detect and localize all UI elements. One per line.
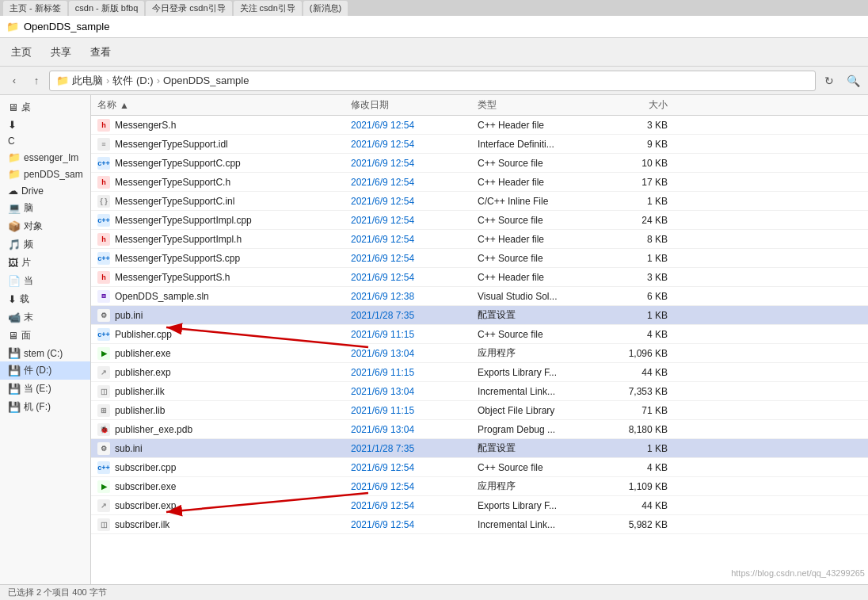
browser-tab-2[interactable]: csdn - 新版 bfbq — [69, 1, 144, 16]
sidebar-item-desktop[interactable]: 🖥桌 — [0, 98, 90, 117]
search-button[interactable]: 🔍 — [843, 71, 863, 91]
file-size: 1 KB — [604, 196, 668, 207]
sidebar-item-objects[interactable]: 📦对象 — [0, 217, 90, 235]
file-size: 1 KB — [604, 253, 668, 264]
browser-tab-1[interactable]: 主页 - 新标签 — [3, 1, 67, 16]
col-header-size[interactable]: 大小 — [604, 98, 668, 112]
table-row[interactable]: ⊞ publisher.lib 2021/6/9 11:15 Object Fi… — [91, 401, 868, 420]
cell-name: c++ MessengerTypeSupportImpl.cpp — [97, 214, 351, 227]
file-date: 2021/6/9 12:54 — [351, 177, 478, 188]
file-type: Object File Library — [478, 405, 604, 416]
col-header-name[interactable]: 名称 ▲ — [97, 98, 351, 112]
file-size: 5,982 KB — [604, 519, 668, 530]
table-row[interactable]: ⧈ OpenDDS_sample.sln 2021/6/9 12:38 Visu… — [91, 287, 868, 306]
table-row[interactable]: ▶ publisher.exe 2021/6/9 13:04 应用程序 1,09… — [91, 344, 868, 363]
table-row[interactable]: ≡ MessengerTypeSupport.idl 2021/6/9 12:5… — [91, 135, 868, 154]
table-row[interactable]: h MessengerTypeSupportImpl.h 2021/6/9 12… — [91, 230, 868, 249]
sidebar-item-downloads[interactable]: ⬇载 — [0, 290, 90, 308]
file-type-icon: h — [97, 176, 110, 189]
back-button[interactable]: ‹ — [5, 71, 24, 90]
sidebar-item-c[interactable]: C — [0, 133, 90, 149]
file-date: 2021/6/9 12:38 — [351, 291, 478, 302]
cell-name: ◫ publisher.ilk — [97, 385, 351, 398]
file-name: publisher.lib — [115, 405, 165, 416]
col-header-date[interactable]: 修改日期 — [351, 98, 478, 112]
table-row[interactable]: ⚙ pub.ini 2021/1/28 7:35 配置设置 1 KB — [91, 306, 868, 325]
toolbar-home[interactable]: 主页 — [8, 44, 35, 61]
file-type: C++ Header file — [478, 120, 604, 131]
toolbar-view[interactable]: 查看 — [87, 44, 114, 61]
sidebar-item-down[interactable]: ⬇ — [0, 117, 90, 133]
file-size: 8,180 KB — [604, 424, 668, 435]
cell-name: h MessengerTypeSupportC.h — [97, 176, 351, 189]
file-type-icon: c++ — [97, 328, 110, 341]
browser-tab-3[interactable]: 今日登录 csdn引导 — [146, 1, 231, 16]
file-name: MessengerTypeSupportC.cpp — [115, 158, 241, 169]
table-row[interactable]: ◫ subscriber.ilk 2021/6/9 12:54 Incremen… — [91, 515, 868, 534]
file-date: 2021/6/9 11:15 — [351, 367, 478, 378]
sidebar-item-computer[interactable]: 💻脑 — [0, 199, 90, 217]
sidebar-item-opendds[interactable]: 📁penDDS_sam — [0, 166, 90, 182]
table-row[interactable]: ⚙ sub.ini 2021/1/28 7:35 配置设置 1 KB — [91, 439, 868, 458]
sidebar-item-e-drive[interactable]: 💾当 (E:) — [0, 380, 90, 398]
toolbar-share[interactable]: 共享 — [48, 44, 74, 61]
table-row[interactable]: 🐞 publisher_exe.pdb 2021/6/9 13:04 Progr… — [91, 420, 868, 439]
browser-tab-4[interactable]: 关注 csdn引导 — [234, 1, 302, 16]
file-name: pub.ini — [115, 310, 143, 321]
table-row[interactable]: h MessengerTypeSupportS.h 2021/6/9 12:54… — [91, 268, 868, 287]
sidebar-item-drive[interactable]: ☁Drive — [0, 182, 90, 199]
file-date: 2021/6/9 12:54 — [351, 500, 478, 511]
cell-name: ↗ subscriber.exp — [97, 499, 351, 512]
table-row[interactable]: c++ MessengerTypeSupportC.cpp 2021/6/9 1… — [91, 154, 868, 173]
col-header-type[interactable]: 类型 — [478, 98, 604, 112]
table-row[interactable]: ▶ subscriber.exe 2021/6/9 12:54 应用程序 1,1… — [91, 477, 868, 496]
refresh-button[interactable]: ↻ — [819, 71, 839, 91]
table-row[interactable]: h MessengerS.h 2021/6/9 12:54 C++ Header… — [91, 116, 868, 135]
address-path[interactable]: 📁 此电脑 › 软件 (D:) › OpenDDS_sample — [49, 71, 816, 91]
cell-name: ≡ MessengerTypeSupport.idl — [97, 138, 351, 151]
up-button[interactable]: ↑ — [27, 71, 46, 90]
main-layout: 🖥桌 ⬇ C 📁essenger_Im 📁penDDS_sam ☁Drive 💻… — [0, 95, 868, 584]
table-row[interactable]: c++ MessengerTypeSupportImpl.cpp 2021/6/… — [91, 211, 868, 230]
cell-name: h MessengerTypeSupportS.h — [97, 271, 351, 284]
file-name: Publisher.cpp — [115, 329, 172, 340]
file-type-icon: ↗ — [97, 499, 110, 512]
file-name: subscriber.exe — [115, 481, 176, 492]
sidebar-item-videos[interactable]: 📹末 — [0, 308, 90, 327]
file-name: MessengerTypeSupportS.cpp — [115, 253, 240, 264]
file-type-icon: ⧈ — [97, 290, 110, 303]
browser-tab-5[interactable]: (新消息) — [303, 1, 348, 16]
sidebar-item-c-drive[interactable]: 💾stem (C:) — [0, 345, 90, 361]
table-row[interactable]: ◫ publisher.ilk 2021/6/9 13:04 Increment… — [91, 382, 868, 401]
cell-name: ▶ subscriber.exe — [97, 480, 351, 493]
file-size: 6 KB — [604, 291, 668, 302]
file-type-icon: ▶ — [97, 480, 110, 493]
table-row[interactable]: c++ Publisher.cpp 2021/6/9 11:15 C++ Sou… — [91, 325, 868, 344]
table-row[interactable]: ↗ subscriber.exp 2021/6/9 12:54 Exports … — [91, 496, 868, 515]
sidebar-item-messenger[interactable]: 📁essenger_Im — [0, 149, 90, 166]
table-row[interactable]: c++ MessengerTypeSupportS.cpp 2021/6/9 1… — [91, 249, 868, 268]
sidebar-item-desktop2[interactable]: 🖥面 — [0, 327, 90, 345]
cell-name: ⊞ publisher.lib — [97, 404, 351, 417]
file-date: 2021/1/28 7:35 — [351, 310, 478, 321]
cell-name: { } MessengerTypeSupportC.inl — [97, 195, 351, 208]
file-date: 2021/6/9 11:15 — [351, 329, 478, 340]
file-size: 44 KB — [604, 500, 668, 511]
table-row[interactable]: c++ subscriber.cpp 2021/6/9 12:54 C++ So… — [91, 458, 868, 477]
table-row[interactable]: { } MessengerTypeSupportC.inl 2021/6/9 1… — [91, 192, 868, 211]
sidebar-item-documents[interactable]: 📄当 — [0, 272, 90, 290]
file-type: Exports Library F... — [478, 367, 604, 378]
sidebar-item-d-drive[interactable]: 💾件 (D:) — [0, 361, 90, 380]
sidebar-item-f-drive[interactable]: 💾机 (F:) — [0, 398, 90, 416]
sidebar-item-music[interactable]: 🎵频 — [0, 235, 90, 254]
file-type: C++ Header file — [478, 234, 604, 245]
table-row[interactable]: h MessengerTypeSupportC.h 2021/6/9 12:54… — [91, 173, 868, 192]
file-type-icon: ≡ — [97, 138, 110, 151]
sidebar-item-pictures[interactable]: 🖼片 — [0, 254, 90, 272]
file-size: 71 KB — [604, 405, 668, 416]
file-type-icon: h — [97, 233, 110, 246]
file-name: publisher.exp — [115, 367, 171, 378]
table-row[interactable]: ↗ publisher.exp 2021/6/9 11:15 Exports L… — [91, 363, 868, 382]
file-date: 2021/6/9 11:15 — [351, 405, 478, 416]
file-type: Exports Library F... — [478, 500, 604, 511]
